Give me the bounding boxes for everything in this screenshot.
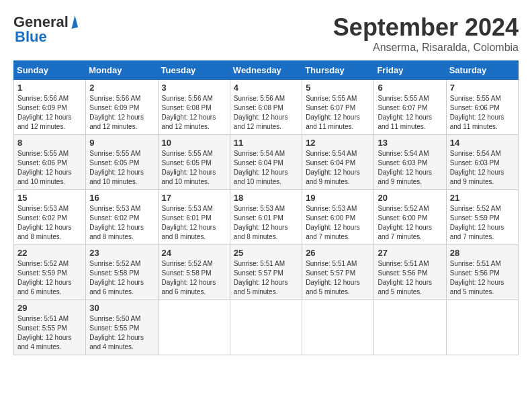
calendar-cell (446, 300, 518, 355)
day-number: 24 (162, 248, 226, 258)
day-number: 22 (17, 248, 82, 258)
day-number: 8 (17, 138, 82, 148)
calendar-cell: 9Sunrise: 5:55 AM Sunset: 6:05 PM Daylig… (86, 135, 158, 190)
calendar-cell (374, 300, 446, 355)
day-detail: Sunrise: 5:53 AM Sunset: 6:02 PM Dayligh… (17, 204, 82, 242)
day-detail: Sunrise: 5:56 AM Sunset: 6:08 PM Dayligh… (162, 94, 226, 132)
day-detail: Sunrise: 5:53 AM Sunset: 6:02 PM Dayligh… (89, 204, 154, 242)
calendar-cell: 3Sunrise: 5:56 AM Sunset: 6:08 PM Daylig… (158, 80, 230, 135)
calendar-cell: 7Sunrise: 5:55 AM Sunset: 6:06 PM Daylig… (446, 80, 518, 135)
calendar-cell (230, 300, 302, 355)
day-detail: Sunrise: 5:52 AM Sunset: 6:00 PM Dayligh… (378, 204, 442, 242)
calendar-cell: 5Sunrise: 5:55 AM Sunset: 6:07 PM Daylig… (302, 80, 374, 135)
calendar-cell: 24Sunrise: 5:52 AM Sunset: 5:58 PM Dayli… (158, 245, 230, 300)
calendar-cell (302, 300, 374, 355)
day-detail: Sunrise: 5:54 AM Sunset: 6:04 PM Dayligh… (306, 149, 370, 187)
location-subtitle: Anserma, Risaralda, Colombia (333, 42, 519, 54)
calendar-week-row: 22Sunrise: 5:52 AM Sunset: 5:59 PM Dayli… (14, 245, 519, 300)
day-detail: Sunrise: 5:50 AM Sunset: 5:55 PM Dayligh… (89, 314, 154, 352)
day-detail: Sunrise: 5:55 AM Sunset: 6:05 PM Dayligh… (162, 149, 226, 187)
calendar-week-row: 15Sunrise: 5:53 AM Sunset: 6:02 PM Dayli… (14, 190, 519, 245)
calendar-cell: 15Sunrise: 5:53 AM Sunset: 6:02 PM Dayli… (14, 190, 86, 245)
calendar-week-row: 8Sunrise: 5:55 AM Sunset: 6:06 PM Daylig… (14, 135, 519, 190)
day-detail: Sunrise: 5:51 AM Sunset: 5:57 PM Dayligh… (234, 259, 298, 297)
day-detail: Sunrise: 5:56 AM Sunset: 6:08 PM Dayligh… (234, 94, 298, 132)
day-detail: Sunrise: 5:54 AM Sunset: 6:03 PM Dayligh… (378, 149, 442, 187)
day-number: 15 (17, 193, 82, 203)
calendar-cell: 4Sunrise: 5:56 AM Sunset: 6:08 PM Daylig… (230, 80, 302, 135)
day-number: 27 (378, 248, 442, 258)
day-number: 30 (89, 303, 154, 313)
day-detail: Sunrise: 5:56 AM Sunset: 6:09 PM Dayligh… (89, 94, 154, 132)
calendar-cell (158, 300, 230, 355)
calendar-cell: 8Sunrise: 5:55 AM Sunset: 6:06 PM Daylig… (14, 135, 86, 190)
day-number: 7 (450, 83, 515, 93)
day-detail: Sunrise: 5:53 AM Sunset: 6:01 PM Dayligh… (234, 204, 298, 242)
calendar-cell: 25Sunrise: 5:51 AM Sunset: 5:57 PM Dayli… (230, 245, 302, 300)
day-number: 29 (17, 303, 82, 313)
day-detail: Sunrise: 5:55 AM Sunset: 6:05 PM Dayligh… (89, 149, 154, 187)
header: General Blue September 2024 Anserma, Ris… (13, 13, 519, 54)
logo: General Blue (13, 13, 77, 46)
day-number: 4 (234, 83, 298, 93)
day-number: 16 (89, 193, 154, 203)
calendar-cell: 10Sunrise: 5:55 AM Sunset: 6:05 PM Dayli… (158, 135, 230, 190)
day-number: 5 (306, 83, 370, 93)
day-number: 9 (89, 138, 154, 148)
column-header-thursday: Thursday (302, 61, 374, 80)
day-detail: Sunrise: 5:55 AM Sunset: 6:06 PM Dayligh… (17, 149, 82, 187)
calendar-cell: 28Sunrise: 5:51 AM Sunset: 5:56 PM Dayli… (446, 245, 518, 300)
day-number: 17 (162, 193, 226, 203)
day-number: 3 (162, 83, 226, 93)
calendar-cell: 13Sunrise: 5:54 AM Sunset: 6:03 PM Dayli… (374, 135, 446, 190)
column-header-saturday: Saturday (446, 61, 518, 80)
day-number: 19 (306, 193, 370, 203)
calendar-cell: 22Sunrise: 5:52 AM Sunset: 5:59 PM Dayli… (14, 245, 86, 300)
day-detail: Sunrise: 5:53 AM Sunset: 6:00 PM Dayligh… (306, 204, 370, 242)
day-number: 25 (234, 248, 298, 258)
month-year-title: September 2024 (333, 13, 519, 42)
day-number: 11 (234, 138, 298, 148)
column-header-tuesday: Tuesday (158, 61, 230, 80)
logo-icon (69, 15, 78, 29)
day-detail: Sunrise: 5:51 AM Sunset: 5:57 PM Dayligh… (306, 259, 370, 297)
day-detail: Sunrise: 5:52 AM Sunset: 5:59 PM Dayligh… (450, 204, 515, 242)
day-detail: Sunrise: 5:55 AM Sunset: 6:06 PM Dayligh… (450, 94, 515, 132)
calendar-cell: 20Sunrise: 5:52 AM Sunset: 6:00 PM Dayli… (374, 190, 446, 245)
calendar-cell: 23Sunrise: 5:52 AM Sunset: 5:58 PM Dayli… (86, 245, 158, 300)
day-detail: Sunrise: 5:51 AM Sunset: 5:55 PM Dayligh… (17, 314, 82, 352)
calendar-cell: 29Sunrise: 5:51 AM Sunset: 5:55 PM Dayli… (14, 300, 86, 355)
day-number: 28 (450, 248, 515, 258)
column-header-monday: Monday (86, 61, 158, 80)
column-header-friday: Friday (374, 61, 446, 80)
day-detail: Sunrise: 5:56 AM Sunset: 6:09 PM Dayligh… (17, 94, 82, 132)
day-number: 23 (89, 248, 154, 258)
day-detail: Sunrise: 5:51 AM Sunset: 5:56 PM Dayligh… (450, 259, 515, 297)
day-detail: Sunrise: 5:52 AM Sunset: 5:59 PM Dayligh… (17, 259, 82, 297)
calendar-week-row: 1Sunrise: 5:56 AM Sunset: 6:09 PM Daylig… (14, 80, 519, 135)
day-number: 21 (450, 193, 515, 203)
calendar-cell: 19Sunrise: 5:53 AM Sunset: 6:00 PM Dayli… (302, 190, 374, 245)
calendar-table: SundayMondayTuesdayWednesdayThursdayFrid… (13, 60, 519, 355)
day-detail: Sunrise: 5:53 AM Sunset: 6:01 PM Dayligh… (162, 204, 226, 242)
day-detail: Sunrise: 5:54 AM Sunset: 6:04 PM Dayligh… (234, 149, 298, 187)
day-number: 18 (234, 193, 298, 203)
calendar-cell: 1Sunrise: 5:56 AM Sunset: 6:09 PM Daylig… (14, 80, 86, 135)
calendar-cell: 30Sunrise: 5:50 AM Sunset: 5:55 PM Dayli… (86, 300, 158, 355)
calendar-cell: 27Sunrise: 5:51 AM Sunset: 5:56 PM Dayli… (374, 245, 446, 300)
calendar-cell: 14Sunrise: 5:54 AM Sunset: 6:03 PM Dayli… (446, 135, 518, 190)
day-detail: Sunrise: 5:55 AM Sunset: 6:07 PM Dayligh… (378, 94, 442, 132)
day-number: 6 (378, 83, 442, 93)
column-header-sunday: Sunday (14, 61, 86, 80)
day-detail: Sunrise: 5:51 AM Sunset: 5:56 PM Dayligh… (378, 259, 442, 297)
day-detail: Sunrise: 5:52 AM Sunset: 5:58 PM Dayligh… (162, 259, 226, 297)
day-number: 13 (378, 138, 442, 148)
calendar-cell: 21Sunrise: 5:52 AM Sunset: 5:59 PM Dayli… (446, 190, 518, 245)
logo-blue-text: Blue (15, 28, 47, 45)
day-detail: Sunrise: 5:52 AM Sunset: 5:58 PM Dayligh… (89, 259, 154, 297)
day-detail: Sunrise: 5:54 AM Sunset: 6:03 PM Dayligh… (450, 149, 515, 187)
column-header-wednesday: Wednesday (230, 61, 302, 80)
day-number: 12 (306, 138, 370, 148)
calendar-cell: 11Sunrise: 5:54 AM Sunset: 6:04 PM Dayli… (230, 135, 302, 190)
calendar-week-row: 29Sunrise: 5:51 AM Sunset: 5:55 PM Dayli… (14, 300, 519, 355)
